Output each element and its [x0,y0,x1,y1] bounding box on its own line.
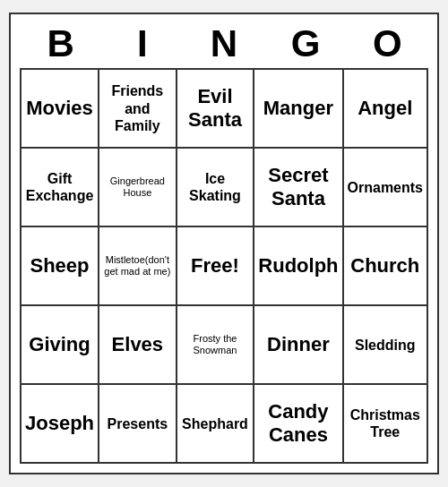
bingo-header: BINGO [20,23,428,64]
bingo-card: BINGO MoviesFriends and FamilyEvil Santa… [9,13,439,474]
bingo-letter-b: B [20,23,101,64]
bingo-cell-2[interactable]: Evil Santa [177,70,255,149]
bingo-cell-18[interactable]: Dinner [254,306,343,385]
bingo-grid: MoviesFriends and FamilyEvil SantaManger… [20,68,428,464]
bingo-cell-13[interactable]: Rudolph [254,227,343,306]
bingo-cell-23[interactable]: Candy Canes [254,385,343,464]
bingo-cell-9[interactable]: Ornaments [344,149,428,227]
bingo-cell-20[interactable]: Joseph [22,385,99,464]
bingo-cell-1[interactable]: Friends and Family [99,70,177,149]
bingo-cell-15[interactable]: Giving [22,306,99,385]
bingo-cell-8[interactable]: Secret Santa [254,149,343,227]
bingo-cell-7[interactable]: Ice Skating [177,149,255,227]
bingo-cell-19[interactable]: Sledding [344,306,428,385]
bingo-letter-g: G [265,23,347,64]
bingo-letter-o: O [347,23,428,64]
bingo-cell-14[interactable]: Church [344,227,428,306]
bingo-letter-i: I [101,23,183,64]
bingo-cell-10[interactable]: Sheep [22,227,99,306]
bingo-cell-3[interactable]: Manger [254,70,343,149]
bingo-cell-17[interactable]: Frosty the Snowman [177,306,255,385]
bingo-letter-n: N [183,23,264,64]
bingo-cell-12[interactable]: Free! [177,227,255,306]
bingo-cell-0[interactable]: Movies [22,70,99,149]
bingo-cell-11[interactable]: Mistletoe(don't get mad at me) [99,227,177,306]
bingo-cell-16[interactable]: Elves [99,306,177,385]
bingo-cell-21[interactable]: Presents [99,385,177,464]
bingo-cell-24[interactable]: Christmas Tree [344,385,428,464]
bingo-cell-4[interactable]: Angel [344,70,428,149]
bingo-cell-22[interactable]: Shephard [177,385,255,464]
bingo-cell-6[interactable]: Gingerbread House [99,149,177,227]
bingo-cell-5[interactable]: Gift Exchange [22,149,99,227]
